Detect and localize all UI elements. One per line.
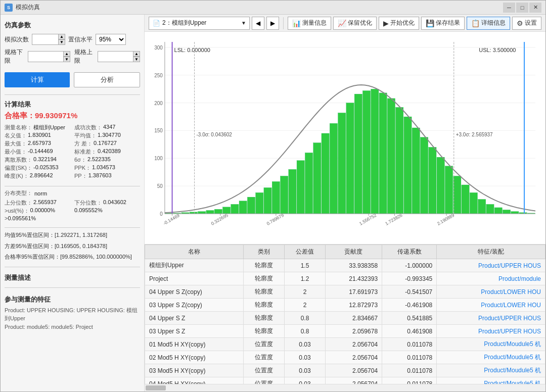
table-cell[interactable]: Product/module <box>437 272 545 285</box>
upper-limit-down[interactable]: ▼ <box>133 57 140 62</box>
table-cell: 0.8 <box>285 312 326 325</box>
table-cell[interactable]: Product/Moudule5 机 <box>437 364 545 377</box>
stat-label: 最大值： <box>5 140 27 148</box>
lower-limit-label: 规格下限 <box>5 48 24 65</box>
table-cell[interactable]: Product/UPPER HOUS <box>437 325 545 338</box>
table-cell: 轮廓度 <box>244 285 285 299</box>
sim-count-down[interactable]: ▼ <box>58 39 65 45</box>
save-result-label: 保存结果 <box>436 19 460 27</box>
table-cell: 04 Upper S Z(copy) <box>145 285 244 299</box>
table-cell: 03 Upper S Z <box>145 325 244 338</box>
table-cell[interactable]: Product/LOWER HOU <box>437 299 545 312</box>
confidence-select[interactable]: 95% 90% 99% <box>96 34 126 45</box>
dropdown-text: 2：模组到Upper <box>162 19 206 27</box>
svg-rect-53 <box>486 205 494 214</box>
upper-limit-input[interactable]: 3.50000 ▲ ▼ <box>98 51 140 62</box>
table-row: 01 Mod5 H XY(copy)位置度0.032.0567040.01107… <box>145 338 545 351</box>
svg-text:150: 150 <box>154 128 163 134</box>
table-cell[interactable]: Product/Moudule5 机 <box>437 377 545 384</box>
dist-type-row: 分布类型： norm <box>5 189 140 197</box>
svg-text:+3.0σ: 2.565937: +3.0σ: 2.565937 <box>456 132 493 137</box>
measure-desc-title: 测量描述 <box>5 273 140 282</box>
stats-grid: 测量名称：模组到Upper成功次数：4347名义值：1.830901平均值：1.… <box>5 124 140 180</box>
start-opt-button[interactable]: ▶ 开始优化 <box>379 17 419 30</box>
detail-info-button[interactable]: 📋 详细信息 <box>467 17 510 30</box>
save-result-button[interactable]: 💾 保存结果 <box>421 17 465 30</box>
stat-label: 标准差： <box>74 148 97 156</box>
dist-type-label: 分布类型： <box>5 189 32 197</box>
sim-count-up[interactable]: ▲ <box>58 34 65 39</box>
table-cell: 04 Upper S Z <box>145 312 244 325</box>
svg-rect-37 <box>354 94 362 214</box>
horizontal-scrollbar[interactable] <box>145 384 545 391</box>
table-cell[interactable]: Product/UPPER HOUS <box>437 312 545 325</box>
conf-mean: 均值95%置信区间：[1.292271, 1.317268] <box>5 231 140 240</box>
stat-item: PPK：1.034573 <box>74 164 140 172</box>
minimize-button[interactable]: ─ <box>503 3 515 13</box>
maximize-button[interactable]: □ <box>516 3 528 13</box>
stat-value: 模组到Upper <box>33 124 65 131</box>
lower-limit-field[interactable]: 0.00000 <box>28 51 63 62</box>
svg-rect-29 <box>289 170 296 214</box>
lower-limit-spinners: ▲ ▼ <box>63 51 70 62</box>
next-nav-button[interactable]: ▶ <box>266 17 279 30</box>
lower-limit-up[interactable]: ▲ <box>63 51 70 57</box>
close-button[interactable]: ✕ <box>529 3 541 13</box>
table-cell: 模组到Upper <box>145 259 244 272</box>
margin-opt-button[interactable]: 📈 保留优化 <box>333 17 377 30</box>
save-result-icon: 💾 <box>426 19 434 27</box>
scrollbar-thumb[interactable] <box>146 385 166 390</box>
quantile-label: 上分位数： <box>5 199 32 207</box>
table-cell[interactable]: Product/LOWER HOU <box>437 285 545 299</box>
svg-text:USL: 3.500000: USL: 3.500000 <box>479 47 516 53</box>
table-cell: -0.993345 <box>382 272 437 285</box>
stat-label: PP： <box>74 172 87 180</box>
svg-rect-28 <box>280 176 288 214</box>
table-cell[interactable]: Product/UPPER HOUS <box>437 259 545 272</box>
measurement-dropdown[interactable]: 📄 2：模组到Upper ▼ <box>149 17 250 30</box>
upper-limit-up[interactable]: ▲ <box>133 51 140 57</box>
settings-button[interactable]: ⚙ 设置 <box>512 17 541 30</box>
table-cell: 2.056704 <box>325 377 382 384</box>
settings-icon: ⚙ <box>517 19 523 27</box>
svg-text:2.190889: 2.190889 <box>436 213 455 226</box>
table-cell[interactable]: Product/Moudule5 机 <box>437 351 545 364</box>
svg-text:1.723826: 1.723826 <box>384 213 403 226</box>
table-cell: 03 Upper S Z(copy) <box>145 299 244 312</box>
stat-value: 2.896642 <box>30 172 53 180</box>
main-window: S 模拟仿真 ─ □ ✕ 仿真参数 模拟次数 5000 ▲ ▼ 置信 <box>0 0 546 392</box>
prev-nav-button[interactable]: ◀ <box>252 17 264 30</box>
measure-info-label: 测量信息 <box>302 19 327 27</box>
analyze-button[interactable]: 分析 <box>74 72 140 87</box>
table-cell: 位置度 <box>244 338 285 351</box>
pass-rate-label: 合格率： <box>5 111 35 120</box>
lower-limit-down[interactable]: ▼ <box>63 57 70 62</box>
svg-rect-48 <box>445 166 452 214</box>
table-cell: 0.03 <box>285 351 326 364</box>
stat-value: 4347 <box>103 124 115 131</box>
svg-text:200: 200 <box>154 101 163 106</box>
quantile-item: >usl(%)：0.00000% <box>5 207 70 215</box>
table-cell: 0.03 <box>285 377 326 384</box>
calc-button[interactable]: 计算 <box>5 72 70 87</box>
conf-pass: 合格率95%置信区间：[99.852886%, 100.000000%] <box>5 253 140 262</box>
stat-item: 6σ：2.522335 <box>74 156 140 164</box>
measure-info-icon: 📊 <box>292 19 301 27</box>
sim-count-field[interactable]: 5000 <box>32 34 58 45</box>
measure-info-button[interactable]: 📊 测量信息 <box>288 17 331 30</box>
svg-rect-46 <box>429 148 436 214</box>
dropdown-file-icon: 📄 <box>152 19 160 27</box>
divider-1 <box>5 94 140 95</box>
data-table-container[interactable]: 名称类别公差值贡献度传递系数特征/装配 模组到Upper轮廓度1.533.938… <box>145 244 545 383</box>
table-cell: 01 Mod5 H XY(copy) <box>145 338 244 351</box>
stat-value: 0.176727 <box>94 140 117 148</box>
table-cell[interactable]: Product/Moudule5 机 <box>437 338 545 351</box>
svg-rect-30 <box>297 161 304 214</box>
table-cell: 轮廓度 <box>244 259 285 272</box>
pass-rate: 合格率：99.930971% <box>5 111 140 121</box>
divider-4 <box>5 267 140 267</box>
svg-text:1.556752: 1.556752 <box>358 213 377 226</box>
lower-limit-input[interactable]: 0.00000 ▲ ▼ <box>28 51 70 62</box>
upper-limit-field[interactable]: 3.50000 <box>98 51 133 62</box>
sim-count-input[interactable]: 5000 ▲ ▼ <box>32 34 65 45</box>
